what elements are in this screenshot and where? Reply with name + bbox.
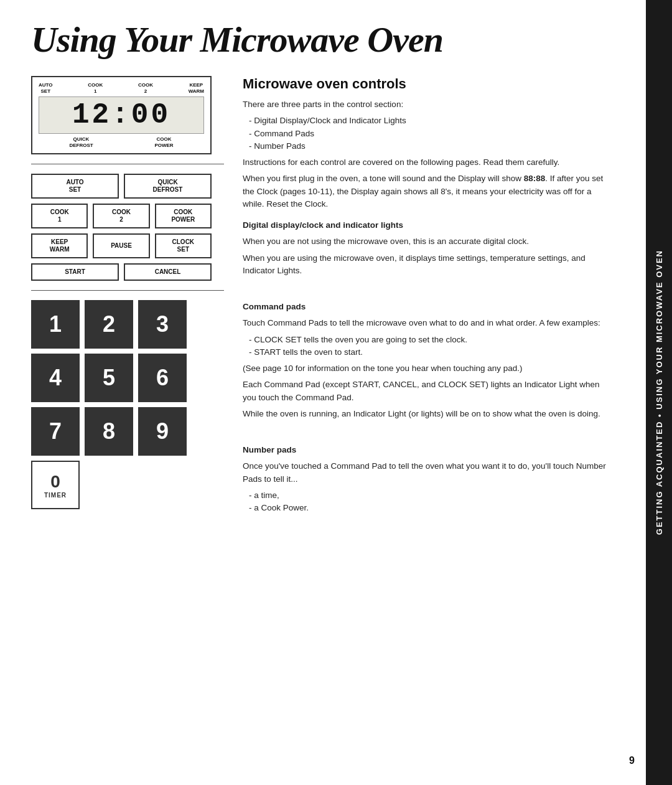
clock-set-button[interactable]: CLOCKSET — [155, 233, 212, 258]
pause-button[interactable]: PAUSE — [93, 233, 149, 258]
digital-display-heading: Digital display/clock and indicator ligh… — [243, 219, 609, 232]
number-pads-text1: Once you've touched a Command Pad to tel… — [243, 460, 609, 486]
num-3-button[interactable]: 3 — [138, 300, 187, 349]
section-heading: Microwave oven controls — [243, 76, 609, 92]
auto-set-button[interactable]: AUTOSET — [31, 174, 119, 199]
num-row-3: 7 8 9 — [31, 407, 212, 456]
two-col-layout: AUTOSET COOK1 COOK2 KEEPWARM 12:00 QUICK… — [31, 76, 609, 518]
num-4-button[interactable]: 4 — [31, 354, 80, 402]
page-number: 9 — [629, 755, 635, 766]
command-pads-text1: Touch Command Pads to tell the microwave… — [243, 317, 609, 329]
display-bottom-labels: QUICKDEFROST COOKPOWER — [39, 136, 204, 148]
cancel-button[interactable]: CANCEL — [124, 263, 212, 281]
digital-display-text2: When you are using the microwave oven, i… — [243, 252, 609, 278]
cmd-row-1: AUTOSET QUICKDEFROST — [31, 174, 212, 199]
start-button[interactable]: START — [31, 263, 119, 281]
num-row-1: 1 2 3 — [31, 300, 212, 349]
cmd-row-3: KEEPWARM PAUSE CLOCKSET — [31, 233, 212, 258]
num-9-button[interactable]: 9 — [138, 407, 187, 456]
timer-label: TIMER — [44, 492, 67, 499]
command-pads-heading: Command pads — [243, 301, 609, 313]
cmd-row-2: COOK1 COOK2 COOKPOWER — [31, 204, 212, 228]
intro-item-1: Digital Display/Clock and Indicator Ligh… — [249, 115, 609, 127]
num-0-button[interactable]: 0 TIMER — [31, 461, 80, 509]
intro-line2: Instructions for each control are covere… — [243, 156, 609, 169]
number-pads-item-2: a Cook Power. — [249, 502, 609, 514]
number-pad-diagram: 1 2 3 4 5 6 7 8 9 — [31, 300, 212, 509]
display-top-labels: AUTOSET COOK1 COOK2 KEEPWARM — [39, 82, 204, 94]
label-cook-1: COOK1 — [88, 82, 103, 94]
vertical-tab-text: GETTING ACQUAINTED • USING YOUR MICROWAV… — [655, 250, 664, 535]
cook-2-button[interactable]: COOK2 — [93, 204, 149, 228]
intro-item-3: Number Pads — [249, 140, 609, 153]
number-pads-item-1: a time, — [249, 489, 609, 502]
num-5-button[interactable]: 5 — [85, 354, 133, 402]
cmd-row-4: START CANCEL — [31, 263, 212, 281]
num-7-button[interactable]: 7 — [31, 407, 80, 456]
label-quick-defrost: QUICKDEFROST — [69, 136, 93, 148]
digital-display-text1: When you are not using the microwave ove… — [243, 235, 609, 248]
command-pads-list: CLOCK SET tells the oven you are going t… — [243, 334, 609, 359]
vertical-tab: GETTING ACQUAINTED • USING YOUR MICROWAV… — [646, 0, 672, 785]
num-6-button[interactable]: 6 — [138, 354, 187, 402]
left-column: AUTOSET COOK1 COOK2 KEEPWARM 12:00 QUICK… — [31, 76, 224, 514]
command-pads-text2: (See page 10 for information on the tone… — [243, 362, 609, 375]
intro-line1: There are three parts in the control sec… — [243, 98, 609, 111]
keep-warm-button[interactable]: KEEPWARM — [31, 233, 88, 258]
label-auto-set: AUTOSET — [39, 82, 53, 94]
num-2-button[interactable]: 2 — [85, 300, 133, 349]
page-container: Using Your Microwave Oven AUTOSET COOK1 … — [0, 0, 672, 785]
intro-list: Digital Display/Clock and Indicator Ligh… — [243, 115, 609, 153]
command-pads-text4: While the oven is running, an Indicator … — [243, 408, 609, 420]
num-1-button[interactable]: 1 — [31, 300, 80, 349]
time-display: 12:00 — [39, 96, 204, 134]
quick-defrost-button[interactable]: QUICKDEFROST — [124, 174, 212, 199]
divider-1 — [31, 164, 224, 164]
command-pads-item-1: CLOCK SET tells the oven you are going t… — [249, 334, 609, 346]
num-row-2: 4 5 6 — [31, 354, 212, 402]
cook-power-button[interactable]: COOKPOWER — [155, 204, 212, 228]
main-content: Using Your Microwave Oven AUTOSET COOK1 … — [0, 0, 646, 785]
divider-2 — [31, 290, 224, 291]
command-pads-text3: Each Command Pad (except START, CANCEL, … — [243, 378, 609, 404]
label-cook-2: COOK2 — [138, 82, 153, 94]
intro-item-2: Command Pads — [249, 128, 609, 140]
page-title: Using Your Microwave Oven — [31, 19, 609, 60]
cook-1-button[interactable]: COOK1 — [31, 204, 88, 228]
display-panel: AUTOSET COOK1 COOK2 KEEPWARM 12:00 QUICK… — [31, 76, 212, 154]
right-column: Microwave oven controls There are three … — [243, 76, 609, 518]
number-pads-list: a time, a Cook Power. — [243, 489, 609, 515]
number-pads-heading: Number pads — [243, 444, 609, 456]
intro-line3: When you first plug in the oven, a tone … — [243, 172, 609, 210]
display-value: 88:88 — [524, 174, 546, 183]
label-keep-warm: KEEPWARM — [189, 82, 204, 94]
command-pads-item-2: START tells the oven to start. — [249, 346, 609, 359]
label-cook-power: COOKPOWER — [154, 136, 173, 148]
zero-digit: 0 — [50, 472, 60, 492]
num-8-button[interactable]: 8 — [85, 407, 133, 456]
command-pads-diagram: AUTOSET QUICKDEFROST COOK1 COOK2 COOKPOW… — [31, 174, 212, 281]
num-row-0: 0 TIMER — [31, 461, 212, 509]
